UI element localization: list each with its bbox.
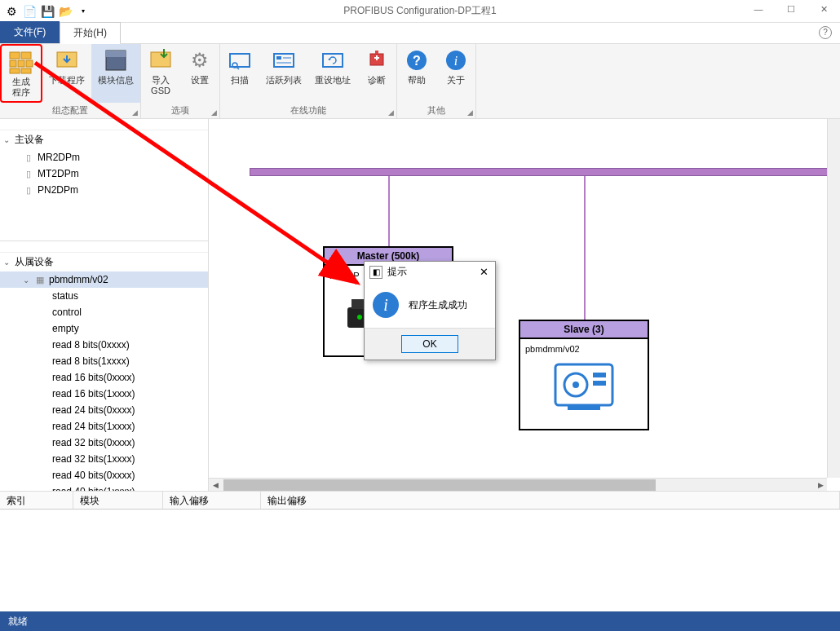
- tree-module[interactable]: read 40 bits(1xxxx): [0, 483, 208, 491]
- scroll-right-icon[interactable]: ▶: [814, 479, 827, 492]
- col-output-offset[interactable]: 输出偏移: [261, 492, 840, 509]
- vertical-scrollbar[interactable]: [827, 119, 840, 478]
- doc-icon: ▯: [23, 184, 34, 196]
- expander-icon[interactable]: ⌄: [3, 258, 11, 267]
- tree-device[interactable]: ⌄ ▦ pbmdmm/v02: [0, 271, 208, 288]
- col-input-offset[interactable]: 输入偏移: [163, 492, 261, 509]
- minimize-button[interactable]: —: [742, 0, 775, 18]
- settings-button[interactable]: ⚙ 设置: [180, 44, 219, 103]
- ribbon-group-options: 导入 GSD ⚙ 设置 选项◢: [141, 44, 220, 118]
- col-index[interactable]: 索引: [0, 492, 73, 509]
- diagnose-button[interactable]: 诊断: [357, 44, 396, 103]
- generate-program-button[interactable]: 生成 程序: [0, 44, 42, 103]
- svg-text:i: i: [454, 54, 458, 68]
- dialog-message: 程序生成成功: [409, 298, 467, 312]
- tree-slave-root[interactable]: ⌄ 从属设备: [0, 253, 208, 271]
- download-program-button[interactable]: 下装程序: [42, 44, 91, 103]
- svg-point-27: [357, 315, 362, 320]
- import-gsd-button[interactable]: 导入 GSD: [141, 44, 180, 103]
- svg-rect-20: [375, 51, 378, 54]
- about-button[interactable]: i 关于: [436, 44, 475, 103]
- scan-button[interactable]: 扫描: [220, 44, 259, 103]
- list-icon: [271, 47, 297, 73]
- tree-module[interactable]: read 32 bits(0xxxx): [0, 435, 208, 451]
- scan-icon: [227, 47, 253, 73]
- tree-module[interactable]: read 24 bits(0xxxx): [0, 402, 208, 418]
- slave-device-icon: [535, 360, 633, 409]
- about-label: 关于: [447, 75, 465, 86]
- ok-button[interactable]: OK: [401, 335, 458, 353]
- bottom-panel: 索引 模块 输入偏移 输出偏移: [0, 491, 840, 611]
- svg-point-31: [573, 382, 579, 388]
- slave-node[interactable]: Slave (3) pbmdmm/v02: [519, 320, 649, 430]
- sidebar: ⌄ 主设备 ▯MR2DPm ▯MT2DPm ▯PN2DPm ⌄ 从属设备 ⌄ ▦…: [0, 119, 209, 491]
- save-icon[interactable]: 💾: [41, 5, 54, 18]
- horizontal-scrollbar[interactable]: ◀ ▶: [209, 478, 827, 491]
- bricks-icon: [8, 49, 34, 75]
- scroll-thumb[interactable]: [223, 479, 656, 491]
- slave-tree-panel: ⌄ 从属设备 ⌄ ▦ pbmdmm/v02 status control emp…: [0, 241, 208, 491]
- dropdown-icon[interactable]: ▾: [77, 5, 90, 18]
- help-icon[interactable]: ?: [819, 26, 832, 39]
- ribbon-group-online: 扫描 活跃列表 重设地址 诊断 在线功能◢: [220, 44, 397, 118]
- svg-rect-15: [276, 56, 281, 60]
- statusbar: 就绪: [0, 611, 840, 631]
- dialog-body: i 程序生成成功: [365, 282, 495, 329]
- new-icon[interactable]: 📄: [23, 5, 36, 18]
- window-title: PROFIBUS Configuration-DP工程1: [343, 4, 496, 18]
- svg-rect-2: [10, 60, 16, 67]
- dialog-titlebar[interactable]: ◧ 提示 ✕: [365, 262, 495, 282]
- tree-item[interactable]: ▯MR2DPm: [0, 149, 208, 165]
- drop-line: [584, 176, 586, 323]
- col-module[interactable]: 模块: [73, 492, 163, 509]
- svg-rect-32: [593, 373, 606, 377]
- tab-start[interactable]: 开始(H): [60, 22, 121, 44]
- svg-text:?: ?: [413, 54, 421, 68]
- scroll-left-icon[interactable]: ◀: [209, 479, 222, 492]
- tree-module[interactable]: read 8 bits(0xxxx): [0, 337, 208, 353]
- svg-rect-14: [274, 54, 294, 67]
- import-icon: [148, 47, 174, 73]
- tree-module[interactable]: control: [0, 304, 208, 320]
- tree-item[interactable]: ▯MT2DPm: [0, 165, 208, 182]
- launcher-icon[interactable]: ◢: [211, 108, 217, 117]
- tree-module[interactable]: status: [0, 288, 208, 304]
- download-icon: [54, 47, 80, 73]
- tree-module[interactable]: read 32 bits(1xxxx): [0, 451, 208, 467]
- launcher-icon[interactable]: ◢: [467, 108, 473, 117]
- slave-body: pbmdmm/v02: [520, 339, 648, 429]
- close-button[interactable]: ✕: [807, 0, 840, 18]
- maximize-button[interactable]: ☐: [775, 0, 807, 18]
- tree-item[interactable]: ▯PN2DPm: [0, 182, 208, 198]
- tab-file[interactable]: 文件(F): [0, 21, 60, 43]
- drop-line: [388, 176, 390, 249]
- info-circle-icon: i: [443, 47, 469, 73]
- ribbon-group-config: 生成 程序 下装程序 模块信息 组态配置◢: [0, 44, 141, 118]
- launcher-icon[interactable]: ◢: [132, 108, 138, 117]
- chip-icon: ▦: [34, 274, 46, 285]
- bottom-headers: 索引 模块 输入偏移 输出偏移: [0, 492, 840, 510]
- info-icon: i: [373, 292, 399, 318]
- active-list-button[interactable]: 活跃列表: [259, 44, 308, 103]
- module-info-button[interactable]: 模块信息: [91, 44, 140, 103]
- doc-icon: ▯: [23, 168, 34, 179]
- tree-module[interactable]: read 16 bits(1xxxx): [0, 386, 208, 402]
- launcher-icon[interactable]: ◢: [388, 108, 394, 117]
- tree-module[interactable]: read 16 bits(0xxxx): [0, 369, 208, 386]
- tree-module[interactable]: empty: [0, 320, 208, 337]
- help-circle-icon: ?: [404, 47, 430, 73]
- svg-rect-18: [323, 54, 343, 67]
- ribbon-group-other: ? 帮助 i 关于 其他◢: [397, 44, 476, 118]
- reset-addr-button[interactable]: 重设地址: [308, 44, 357, 103]
- close-icon[interactable]: ✕: [477, 266, 490, 279]
- open-icon[interactable]: 📂: [59, 5, 72, 18]
- tree-module[interactable]: read 40 bits(0xxxx): [0, 467, 208, 483]
- help-button[interactable]: ? 帮助: [397, 44, 436, 103]
- expander-icon[interactable]: ⌄: [23, 276, 31, 285]
- expander-icon[interactable]: ⌄: [3, 135, 11, 144]
- topology-canvas[interactable]: Master (500k) PN2DP Slave (3) pbmdmm/v02: [209, 119, 840, 491]
- tree-master-root[interactable]: ⌄ 主设备: [0, 130, 208, 149]
- tree-module[interactable]: read 24 bits(1xxxx): [0, 418, 208, 435]
- gear-icon: ⚙: [187, 47, 213, 73]
- tree-module[interactable]: read 8 bits(1xxxx): [0, 353, 208, 369]
